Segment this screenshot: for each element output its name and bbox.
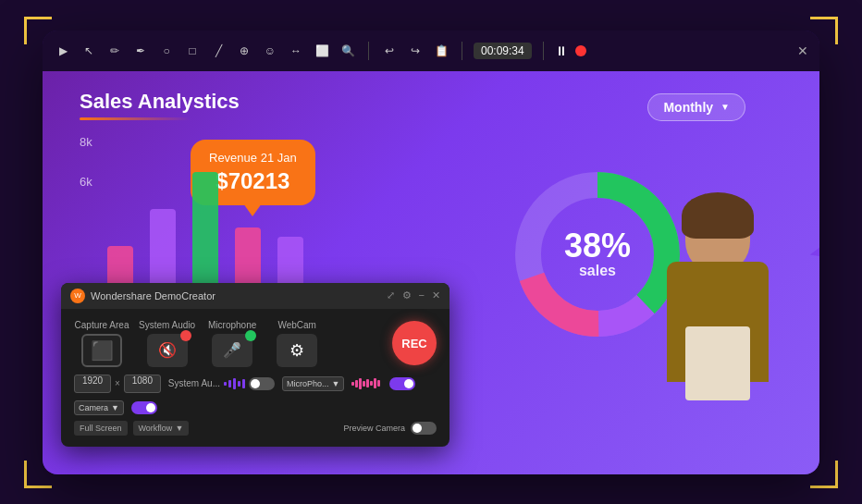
mic-badge: [245, 330, 256, 341]
microphone-icon: 🎤: [223, 341, 241, 359]
system-audio-label: System Audio: [139, 320, 195, 330]
capture-icon-box[interactable]: ⬛: [81, 334, 122, 367]
emoji-icon[interactable]: ☺: [261, 42, 279, 60]
capture-area-section: Capture Area ⬛: [74, 320, 129, 367]
minimize-icon[interactable]: −: [419, 289, 425, 301]
toggle-knob-2: [404, 379, 413, 388]
mic-wave-4: [363, 381, 365, 387]
close-button[interactable]: ✕: [797, 43, 808, 58]
mic-wave-6: [370, 381, 373, 386]
zoom-icon[interactable]: 🔍: [339, 42, 357, 60]
title-underline: [80, 117, 191, 120]
settings-icon[interactable]: ⚙: [402, 289, 412, 301]
mic-dropdown-arrow: ▼: [332, 379, 340, 388]
mic-wave-2: [355, 380, 358, 387]
camera-dropdown-text: Camera: [79, 403, 108, 412]
webcam-label: WebCam: [277, 320, 316, 330]
person-shirt: [685, 326, 750, 400]
camera-dropdown[interactable]: Camera ▼: [74, 400, 124, 415]
person-hair: [682, 192, 754, 239]
panel-content: Capture Area ⬛ System Audio 🔇: [61, 309, 449, 447]
webcam-section: WebCam ⚙: [269, 320, 325, 367]
panel-titlebar: W Wondershare DemoCreator ⤢ ⚙ − ✕: [61, 283, 449, 309]
right-section: 38% sales: [486, 71, 819, 474]
audio-wave-indicator: [224, 377, 245, 390]
width-input[interactable]: 1920: [74, 375, 111, 393]
wave-2: [228, 380, 231, 387]
wave-4: [238, 381, 240, 387]
person-torso: [667, 262, 769, 382]
redo-icon[interactable]: ↪: [406, 42, 425, 60]
resolution-x: ×: [115, 378, 120, 388]
cam-dropdown-arrow: ▼: [111, 403, 119, 412]
close-panel-icon[interactable]: ✕: [432, 289, 440, 301]
webcam-icon: ⚙: [289, 340, 304, 361]
separator2: [462, 42, 462, 60]
mic-wave-8: [377, 380, 380, 387]
democreator-panel: W Wondershare DemoCreator ⤢ ⚙ − ✕: [61, 283, 449, 447]
system-audio-icon: 🔇: [158, 341, 177, 359]
system-audio-toggle[interactable]: [249, 377, 275, 390]
y-label-6k: 6k: [80, 175, 92, 189]
webcam-icon-box[interactable]: ⚙: [277, 334, 317, 367]
fullscreen-label: Full Screen: [80, 424, 122, 433]
panel-bottom-controls: 1920 × 1080 System Au...: [74, 375, 437, 415]
expand-icon[interactable]: ⤢: [387, 289, 395, 301]
mic-wave-1: [351, 382, 354, 386]
workflow-arrow-icon: ▼: [175, 424, 183, 433]
plus-icon[interactable]: ⊕: [235, 42, 253, 60]
system-audio-toggle-row: System Au...: [168, 377, 275, 390]
analytics-title: Sales Analystics: [80, 90, 468, 114]
copy-icon[interactable]: 📋: [432, 42, 450, 60]
toolbar: ▶ ↖ ✏ ✒ ○ □ ╱ ⊕ ☺ ↔ ⬜ 🔍 ↩ ↪ 📋 00:09:34 ⏸…: [43, 31, 819, 71]
mic-wave-5: [366, 379, 369, 387]
microphone-icon-box[interactable]: 🎤: [212, 334, 252, 367]
laptop-screen: ▶ ↖ ✏ ✒ ○ □ ╱ ⊕ ☺ ↔ ⬜ 🔍 ↩ ↪ 📋 00:09:34 ⏸…: [43, 31, 819, 474]
workflow-label: Workflow: [139, 424, 173, 433]
cursor-icon[interactable]: ↖: [80, 42, 98, 60]
mic-wave-indicator: [351, 377, 380, 390]
separator: [368, 42, 369, 60]
person-figure: [616, 178, 801, 474]
microphone-section: Microphone 🎤: [204, 320, 260, 367]
camera-toggle[interactable]: [131, 401, 157, 414]
toggle-knob-4: [413, 424, 422, 433]
pencil-icon[interactable]: ✒: [131, 42, 150, 60]
rec-button[interactable]: REC: [392, 321, 437, 365]
workflow-button[interactable]: Workflow ▼: [133, 421, 190, 436]
pause-button[interactable]: ⏸: [555, 43, 568, 58]
timer-display: 00:09:34: [474, 43, 532, 59]
height-input[interactable]: 1080: [124, 375, 161, 393]
fullscreen-button[interactable]: Full Screen: [74, 421, 128, 436]
wave-3: [233, 378, 236, 389]
system-audio-section: System Audio 🔇: [139, 320, 195, 367]
y-label-8k: 8k: [80, 135, 92, 149]
arrow-icon[interactable]: ↔: [287, 42, 305, 60]
rec-indicator: [575, 45, 586, 56]
system-audio-text: System Au...: [168, 378, 220, 388]
microphone-label: Microphone: [208, 320, 256, 330]
capture-icon: ⬛: [91, 339, 114, 362]
circle-icon[interactable]: ○: [157, 42, 176, 60]
titlebar-icons: ⤢ ⚙ − ✕: [387, 289, 440, 301]
microphone-dropdown[interactable]: MicroPho... ▼: [282, 376, 344, 391]
mic-wave-3: [359, 378, 362, 389]
system-audio-icon-box[interactable]: 🔇: [147, 334, 188, 367]
panel-logo: W: [70, 289, 85, 303]
wave-5: [242, 379, 245, 388]
undo-icon[interactable]: ↩: [380, 42, 399, 60]
resolution-box: 1920 × 1080: [74, 375, 161, 393]
rect-icon[interactable]: □: [183, 42, 202, 60]
toggle-knob-3: [146, 403, 155, 412]
panel-last-row: Full Screen Workflow ▼ Preview Camera: [74, 421, 437, 436]
line-icon[interactable]: ╱: [209, 42, 228, 60]
panel-title: Wondershare DemoCreator: [91, 290, 381, 301]
preview-camera-toggle[interactable]: [411, 422, 437, 435]
play-icon[interactable]: ▶: [54, 42, 72, 60]
content-area: Sales Analystics Revenue 21 Jan $70213 8…: [43, 71, 819, 474]
blur-icon[interactable]: ⬜: [313, 42, 331, 60]
microphone-toggle[interactable]: [389, 377, 415, 390]
audio-badge: [180, 330, 191, 341]
capture-label: Capture Area: [75, 320, 129, 330]
pen-icon[interactable]: ✏: [105, 42, 124, 60]
